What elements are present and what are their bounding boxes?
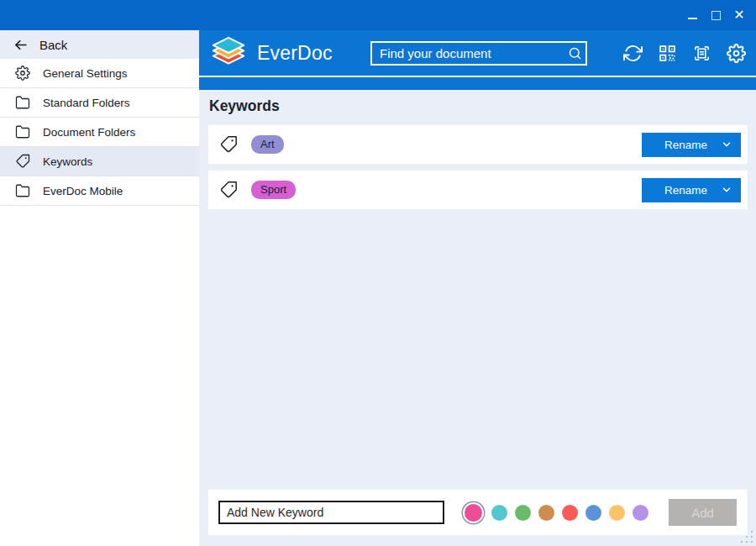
settings-gear-icon[interactable] [726, 43, 746, 63]
rename-label: Rename [664, 139, 707, 151]
folder-icon [14, 123, 31, 140]
sidebar-item-keywords[interactable]: Keywords [0, 147, 199, 176]
color-swatch-purple[interactable] [633, 505, 648, 521]
back-arrow-icon [13, 37, 29, 53]
search-icon[interactable] [564, 46, 585, 60]
add-button[interactable]: Add [669, 499, 737, 526]
app-header: EverDoc [199, 30, 756, 76]
back-button[interactable]: Back [0, 30, 199, 59]
folder-icon [14, 94, 31, 111]
scan-document-icon[interactable] [691, 43, 711, 63]
rename-button[interactable]: Rename [642, 133, 741, 157]
sidebar: Back General Settings Standard Folders D… [0, 30, 199, 546]
keyword-badge: Art [251, 135, 284, 154]
tag-icon [14, 153, 31, 170]
sidebar-item-label: Keywords [43, 155, 92, 168]
header-actions [622, 43, 746, 63]
keyword-row-sport: Sport Rename [208, 171, 748, 209]
color-swatch-green[interactable] [515, 505, 531, 521]
maximize-button[interactable] [704, 0, 727, 30]
sidebar-item-everdoc-mobile[interactable]: EverDoc Mobile [0, 176, 199, 206]
color-swatch-red[interactable] [562, 505, 578, 521]
keywords-panel: Keywords Art Rename Sport [199, 97, 756, 209]
color-swatches [463, 504, 648, 522]
qr-code-icon[interactable] [657, 43, 677, 63]
close-button[interactable]: ✕ [727, 0, 751, 30]
tag-icon [218, 134, 239, 155]
minimize-icon [688, 18, 697, 19]
search-input[interactable] [372, 43, 564, 64]
keyword-row-art: Art Rename [208, 125, 748, 164]
add-keyword-bar: Add [208, 490, 748, 535]
color-swatch-orange[interactable] [538, 505, 554, 521]
search-box[interactable] [370, 41, 587, 66]
color-swatch-yellow[interactable] [609, 505, 625, 521]
rename-label: Rename [664, 184, 707, 197]
sync-icon[interactable] [622, 43, 643, 63]
page-title: Keywords [209, 97, 748, 115]
new-keyword-input[interactable] [218, 501, 444, 524]
maximize-icon [711, 11, 721, 20]
sidebar-item-standard-folders[interactable]: Standard Folders [0, 88, 199, 118]
sidebar-item-label: General Settings [43, 67, 128, 80]
sidebar-item-label: Document Folders [43, 126, 135, 139]
resize-grip[interactable] [739, 529, 754, 544]
everdoc-window: ✕ Back General Settings Standard Folders… [0, 0, 756, 546]
header-accent-strip [199, 76, 756, 90]
close-icon: ✕ [733, 8, 744, 22]
sidebar-item-document-folders[interactable]: Document Folders [0, 118, 199, 147]
window-controls: ✕ [680, 0, 751, 30]
folder-icon [14, 182, 31, 199]
main-area: EverDoc [199, 30, 756, 546]
titlebar: ✕ [0, 0, 756, 30]
chevron-down-icon[interactable] [721, 139, 732, 150]
color-swatch-teal[interactable] [491, 505, 507, 521]
color-swatch-pink[interactable] [465, 504, 482, 522]
minimize-button[interactable] [680, 0, 704, 30]
app-name: EverDoc [257, 42, 333, 65]
rename-button[interactable]: Rename [642, 178, 741, 202]
everdoc-layers-logo [210, 36, 247, 70]
gear-icon [14, 65, 31, 81]
chevron-down-icon[interactable] [721, 184, 732, 196]
sidebar-item-label: EverDoc Mobile [43, 185, 123, 197]
sidebar-item-general-settings[interactable]: General Settings [0, 59, 199, 88]
color-swatch-blue[interactable] [585, 505, 601, 521]
sidebar-item-label: Standard Folders [43, 97, 130, 109]
tag-icon [218, 180, 239, 200]
back-label: Back [39, 38, 67, 52]
keyword-badge: Sport [251, 181, 296, 199]
